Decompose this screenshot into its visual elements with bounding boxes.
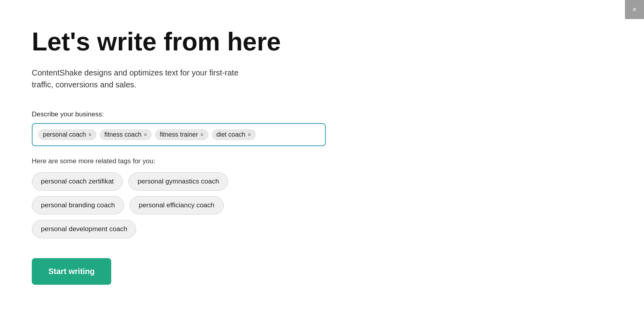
related-tags-label: Here are some more related tags for you: — [32, 157, 326, 165]
start-writing-button[interactable]: Start writing — [32, 258, 111, 285]
business-field-label: Describe your business: — [32, 110, 326, 118]
tag-fitness-coach: fitness coach × — [100, 129, 152, 140]
tag-fitness-trainer: fitness trainer × — [155, 129, 208, 140]
suggestion-tag-2[interactable]: personal branding coach — [32, 196, 124, 214]
suggestion-tag-3[interactable]: personal efficiancy coach — [130, 196, 224, 214]
suggestion-tag-1[interactable]: personal gymnastics coach — [128, 172, 228, 191]
tag-text-input[interactable] — [259, 131, 319, 138]
tag-remove-fitness-trainer[interactable]: × — [200, 132, 203, 137]
tag-personal-coach: personal coach × — [38, 129, 97, 140]
tag-remove-personal-coach[interactable]: × — [89, 132, 92, 137]
tag-label: fitness coach — [104, 131, 141, 138]
tag-remove-diet-coach[interactable]: × — [248, 132, 251, 137]
tag-label: personal coach — [43, 131, 86, 138]
tag-label: diet coach — [217, 131, 246, 138]
main-content: Let's write from here ContentShake desig… — [0, 0, 358, 313]
suggestion-tags-container: personal coach zertifikat personal gymna… — [32, 172, 326, 238]
suggestion-tag-0[interactable]: personal coach zertifikat — [32, 172, 123, 191]
tag-remove-fitness-coach[interactable]: × — [144, 132, 147, 137]
tag-diet-coach: diet coach × — [212, 129, 256, 140]
suggestion-tag-4[interactable]: personal development coach — [32, 220, 136, 238]
tag-label: fitness trainer — [160, 131, 198, 138]
tags-input-container[interactable]: personal coach × fitness coach × fitness… — [32, 123, 326, 146]
page-title: Let's write from here — [32, 28, 326, 56]
close-button[interactable]: × — [625, 0, 644, 19]
page-subtitle: ContentShake designs and optimizes text … — [32, 67, 254, 91]
